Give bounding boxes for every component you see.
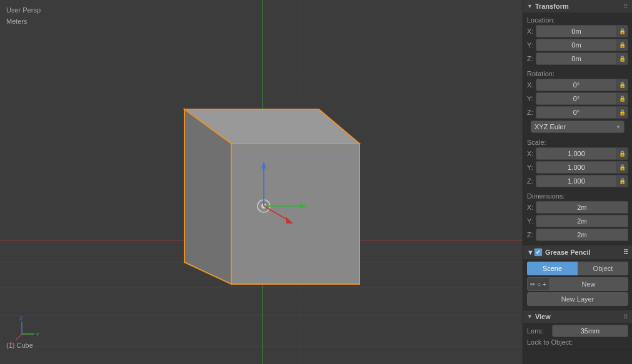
gp-scene-tab[interactable]: Scene [527, 262, 578, 275]
location-x-input[interactable]: 0m [536, 25, 617, 37]
dim-x-row: X: 2m [527, 201, 628, 214]
rotation-mode-dropdown[interactable]: XYZ Euler ▼ [531, 121, 624, 133]
rotation-y-axis-label: Y: [527, 95, 536, 102]
grease-pencil-header[interactable]: ▼ ✓ Grease Pencil ⠿ [523, 245, 632, 259]
location-x-axis-label: X: [527, 27, 536, 35]
scale-z-row: Z: 1.000 🔒 [527, 175, 628, 187]
rotation-z-row: Z: 0° 🔒 [527, 106, 628, 119]
transform-drag-handle: ⠿ [623, 3, 628, 10]
rotation-z-input[interactable]: 0° [536, 106, 617, 119]
gp-drag-handle: ⠿ [623, 248, 628, 257]
dropdown-arrow-icon: ▼ [616, 124, 621, 130]
rotation-z-lock-btn[interactable]: 🔒 [617, 106, 628, 119]
dim-y-row: Y: 2m [527, 215, 628, 227]
gp-object-tab[interactable]: Object [578, 262, 628, 275]
lock-y-icon: 🔒 [619, 42, 626, 48]
dim-y-input[interactable]: 2m [536, 215, 628, 227]
location-x-row: X: 0m 🔒 [527, 25, 628, 37]
location-y-row: Y: 0m 🔒 [527, 39, 628, 51]
location-z-input[interactable]: 0m [536, 52, 617, 65]
transform-triangle-icon: ▼ [527, 3, 533, 9]
grease-pencil-title: Grease Pencil [545, 248, 591, 256]
gp-icon-group: ✏ ○ + [527, 277, 549, 291]
svg-text:Y: Y [36, 332, 39, 338]
view-triangle-icon: ▼ [527, 313, 533, 320]
properties-panel: ▼ Transform ⠿ Location: X: 0m 🔒 Y: 0m 🔒 … [523, 0, 632, 364]
plus-icon: + [543, 281, 546, 288]
location-group: Location: X: 0m 🔒 Y: 0m 🔒 Z: 0m 🔒 [523, 12, 632, 65]
lens-label: Lens: [527, 327, 552, 335]
dim-x-axis-label: X: [527, 204, 536, 211]
gp-checkmark-icon: ✓ [536, 249, 541, 255]
transform-section: ▼ Transform ⠿ Location: X: 0m 🔒 Y: 0m 🔒 … [523, 0, 632, 245]
rotation-y-input[interactable]: 0° [536, 92, 617, 105]
location-y-lock-btn[interactable]: 🔒 [617, 39, 628, 51]
grease-pencil-section: ▼ ✓ Grease Pencil ⠿ Scene Object ✏ ○ + N… [523, 245, 632, 310]
scale-z-axis-label: Z: [527, 177, 536, 185]
view-title: View [535, 313, 551, 320]
gp-checkbox[interactable]: ✓ [534, 248, 543, 257]
rotation-x-axis-label: X: [527, 81, 536, 89]
rot-lock-x-icon: 🔒 [619, 82, 626, 88]
gp-triangle-icon: ▼ [527, 248, 534, 256]
rotation-mode-row: XYZ Euler ▼ [531, 121, 624, 133]
location-label: Location: [527, 14, 628, 25]
location-y-axis-label: Y: [527, 41, 536, 49]
dim-y-axis-label: Y: [527, 217, 536, 225]
rotation-label: Rotation: [527, 68, 628, 79]
lock-z-icon: 🔒 [619, 56, 626, 62]
rotation-x-lock-btn[interactable]: 🔒 [617, 79, 628, 91]
scale-z-lock-btn[interactable]: 🔒 [617, 175, 628, 187]
object-name-label: (1) Cube [6, 342, 33, 349]
scale-y-input[interactable]: 1.000 [536, 161, 617, 174]
view-header[interactable]: ▼ View ⠿ [523, 310, 632, 323]
gp-new-row: ✏ ○ + New [527, 277, 628, 291]
dim-z-input[interactable]: 2m [536, 229, 628, 241]
circle-icon: ○ [537, 281, 541, 288]
scale-label: Scale: [527, 137, 628, 147]
scale-y-row: Y: 1.000 🔒 [527, 161, 628, 174]
viewport[interactable]: Y Z X User Persp Meters (1) Cube [0, 0, 523, 364]
scale-group: Scale: X: 1.000 🔒 Y: 1.000 🔒 Z: 1.000 🔒 [523, 135, 632, 187]
rotation-y-row: Y: 0° 🔒 [527, 92, 628, 105]
rot-lock-y-icon: 🔒 [619, 96, 626, 102]
scale-x-input[interactable]: 1.000 [536, 147, 617, 160]
location-z-lock-btn[interactable]: 🔒 [617, 52, 628, 65]
svg-text:Z: Z [19, 315, 23, 322]
scale-lock-z-icon: 🔒 [619, 178, 626, 184]
view-section: ▼ View ⠿ Lens: 35mm Lock to Object: [523, 310, 632, 350]
lens-input[interactable]: 35mm [552, 325, 628, 337]
location-x-lock-btn[interactable]: 🔒 [617, 25, 628, 37]
gp-new-button[interactable]: New [549, 277, 628, 291]
lock-to-object-label: Lock to Object: [527, 338, 628, 346]
scale-x-lock-btn[interactable]: 🔒 [617, 147, 628, 160]
dimensions-group: Dimensions: X: 2m Y: 2m Z: 2m [523, 189, 632, 241]
gp-tab-group: Scene Object [527, 262, 628, 275]
dim-z-axis-label: Z: [527, 231, 536, 239]
scale-lock-x-icon: 🔒 [619, 150, 626, 157]
svg-marker-32 [231, 144, 359, 284]
rotation-y-lock-btn[interactable]: 🔒 [617, 92, 628, 105]
dimensions-label: Dimensions: [527, 190, 628, 201]
gp-new-layer-button[interactable]: New Layer [527, 292, 628, 306]
scale-y-lock-btn[interactable]: 🔒 [617, 161, 628, 174]
rotation-x-input[interactable]: 0° [536, 79, 617, 91]
rotation-mode-value: XYZ Euler [534, 123, 566, 130]
location-z-row: Z: 0m 🔒 [527, 52, 628, 65]
scale-x-axis-label: X: [527, 150, 536, 157]
dim-z-row: Z: 2m [527, 229, 628, 241]
rotation-x-row: X: 0° 🔒 [527, 79, 628, 91]
lens-row: Lens: 35mm [527, 325, 628, 337]
scale-y-axis-label: Y: [527, 164, 536, 171]
lock-x-icon: 🔒 [619, 28, 626, 34]
transform-header[interactable]: ▼ Transform ⠿ [523, 0, 632, 12]
location-z-axis-label: Z: [527, 55, 536, 62]
scale-z-input[interactable]: 1.000 [536, 175, 617, 187]
rot-lock-z-icon: 🔒 [619, 109, 626, 116]
transform-title: Transform [535, 2, 569, 10]
location-y-input[interactable]: 0m [536, 39, 617, 51]
dim-x-input[interactable]: 2m [536, 201, 628, 214]
rotation-z-axis-label: Z: [527, 109, 536, 116]
scale-x-row: X: 1.000 🔒 [527, 147, 628, 160]
grid: Y Z X [0, 0, 523, 364]
